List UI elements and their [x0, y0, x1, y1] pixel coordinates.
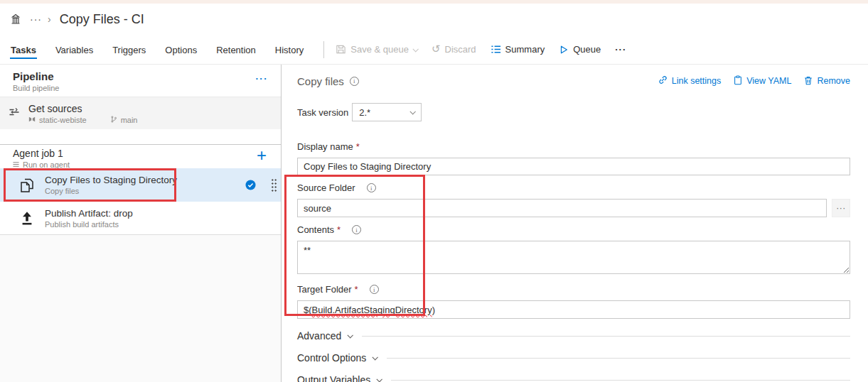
- panel-gap: [0, 129, 281, 144]
- agent-job-subtitle: Run on agent: [23, 160, 70, 169]
- target-value-suffix: ): [432, 305, 435, 315]
- link-settings-button[interactable]: Link settings: [658, 75, 721, 87]
- source-folder-input[interactable]: [297, 199, 827, 217]
- task-version-value: 2.*: [359, 107, 370, 118]
- target-value-spellchecked: Build.ArtifactStagingDirectory: [312, 305, 432, 315]
- task-version-label: Task version: [297, 107, 348, 118]
- branch-name: main: [121, 116, 138, 124]
- chevron-down-icon: [348, 332, 353, 338]
- task-type-title: Copy files: [297, 75, 344, 87]
- info-icon[interactable]: [350, 77, 359, 86]
- view-yaml-label: View YAML: [746, 76, 791, 86]
- app-header: ··· › Copy Files - CI: [0, 4, 868, 35]
- section-advanced-label: Advanced: [297, 330, 341, 342]
- summary-button[interactable]: Summary: [491, 44, 545, 55]
- clipboard-icon: [733, 75, 743, 87]
- queue-label: Queue: [573, 44, 601, 55]
- task-enabled-check-icon[interactable]: [245, 180, 256, 190]
- pipeline-subtitle: Build pipeline: [13, 84, 59, 92]
- info-icon[interactable]: [367, 183, 376, 192]
- section-output-variables[interactable]: Output Variables: [297, 374, 850, 382]
- tab-history[interactable]: History: [274, 37, 304, 62]
- display-name-label: Display name: [297, 141, 353, 152]
- agent-job-title: Agent job 1: [13, 148, 70, 159]
- info-icon[interactable]: [352, 225, 361, 234]
- copy-files-icon: [18, 176, 36, 195]
- toolbar-more-button[interactable]: ···: [615, 44, 626, 55]
- pipeline-title: Pipeline: [13, 70, 59, 82]
- detail-header: Copy files Link settings View YAML: [297, 75, 850, 87]
- discard-button[interactable]: ↺ Discard: [432, 44, 476, 55]
- toolbar-separator: [323, 41, 324, 58]
- target-folder-field: Target Folder * $(Build.ArtifactStagingD…: [297, 284, 850, 319]
- section-divider: [387, 358, 850, 359]
- undo-icon: ↺: [432, 43, 441, 54]
- tab-options[interactable]: Options: [164, 37, 198, 62]
- info-icon[interactable]: [370, 285, 379, 294]
- pipeline-more-button[interactable]: ···: [256, 73, 269, 97]
- task-item-copy-files[interactable]: Copy Files to Staging Directory Copy fil…: [0, 168, 281, 202]
- agent-job-section: Agent job 1 Run on agent + Copy Files to…: [0, 144, 281, 235]
- section-output-variables-label: Output Variables: [297, 374, 370, 382]
- required-marker: *: [355, 284, 358, 295]
- task-subtitle: Publish build artifacts: [45, 220, 281, 229]
- target-folder-input[interactable]: $(Build.ArtifactStagingDirectory): [297, 300, 850, 319]
- remove-button[interactable]: Remove: [803, 75, 850, 87]
- agent-job-item[interactable]: Agent job 1 Run on agent +: [0, 145, 281, 168]
- tab-retention[interactable]: Retention: [215, 37, 257, 62]
- breadcrumb-more-button[interactable]: ···: [30, 13, 42, 25]
- chevron-down-icon: [412, 46, 418, 52]
- remove-label: Remove: [817, 76, 850, 86]
- browse-button[interactable]: ···: [832, 199, 850, 217]
- tab-triggers[interactable]: Triggers: [112, 37, 146, 62]
- task-item-publish-artifact[interactable]: Publish Artifact: drop Publish build art…: [0, 202, 281, 235]
- queue-button[interactable]: Queue: [559, 44, 601, 55]
- save-and-queue-button[interactable]: Save & queue: [336, 44, 417, 55]
- sources-icon: [9, 107, 20, 121]
- repo-icon: [28, 116, 36, 124]
- add-task-button[interactable]: +: [257, 148, 267, 168]
- link-icon: [658, 75, 668, 87]
- section-divider: [362, 336, 850, 337]
- breadcrumb-separator-icon: ›: [48, 13, 51, 25]
- save-icon: [336, 44, 346, 55]
- contents-field: Contents * **: [297, 224, 850, 277]
- contents-label: Contents: [297, 224, 334, 235]
- view-yaml-button[interactable]: View YAML: [733, 75, 791, 87]
- trash-icon: [803, 75, 813, 87]
- summary-list-icon: [491, 44, 501, 55]
- section-control-options-label: Control Options: [297, 352, 366, 364]
- display-name-field: Display name *: [297, 141, 850, 175]
- link-settings-label: Link settings: [672, 76, 721, 86]
- section-control-options[interactable]: Control Options: [297, 352, 850, 364]
- required-marker: *: [356, 141, 360, 152]
- task-title: Copy Files to Staging Directory: [45, 175, 237, 185]
- get-sources-title: Get sources: [28, 103, 137, 114]
- save-and-queue-label: Save & queue: [350, 44, 409, 55]
- chevron-down-icon: [377, 376, 382, 382]
- tab-variables[interactable]: Variables: [55, 37, 94, 62]
- pipeline-header: Pipeline Build pipeline ···: [0, 65, 281, 97]
- section-advanced[interactable]: Advanced: [297, 330, 850, 342]
- publish-artifact-icon: [18, 209, 36, 227]
- pipeline-panel: Pipeline Build pipeline ··· Get sources …: [0, 65, 282, 382]
- contents-input[interactable]: **: [297, 241, 850, 274]
- summary-label: Summary: [505, 44, 545, 55]
- task-subtitle: Copy files: [45, 187, 237, 195]
- tab-tasks[interactable]: Tasks: [10, 37, 37, 62]
- page-title: Copy Files - CI: [60, 12, 144, 27]
- chevron-down-icon: [373, 354, 378, 360]
- display-name-input[interactable]: [297, 158, 850, 175]
- source-folder-label: Source Folder: [297, 182, 355, 193]
- get-sources-item[interactable]: Get sources static-webiste main: [0, 97, 281, 129]
- drag-handle[interactable]: [271, 178, 277, 192]
- source-folder-field: Source Folder ···: [297, 182, 850, 217]
- task-detail-panel: Copy files Link settings View YAML: [282, 65, 868, 382]
- tab-and-toolbar: Tasks Variables Triggers Options Retenti…: [0, 35, 868, 65]
- panel-fill: [0, 235, 281, 382]
- task-title: Publish Artifact: drop: [45, 208, 281, 219]
- task-version-select[interactable]: 2.*: [352, 103, 422, 121]
- repo-name: static-webiste: [39, 116, 87, 124]
- play-icon: [559, 45, 569, 55]
- project-icon[interactable]: [10, 13, 21, 25]
